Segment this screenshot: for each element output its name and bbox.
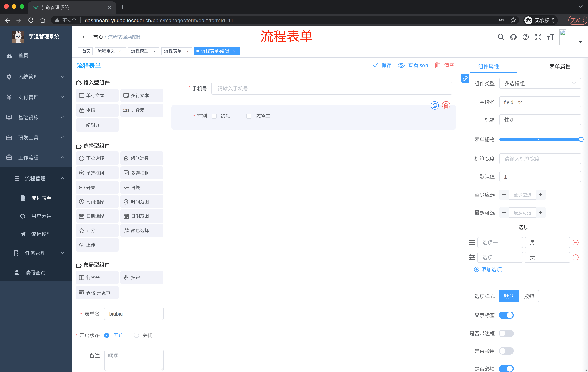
- svg-text:123: 123: [123, 108, 129, 112]
